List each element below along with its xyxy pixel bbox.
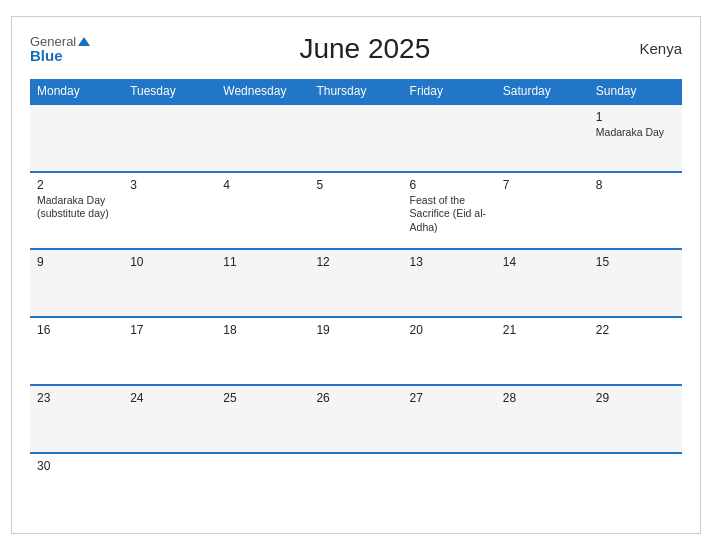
- calendar-week-row: 23242526272829: [30, 385, 682, 453]
- calendar-cell: 13: [403, 249, 496, 317]
- calendar-cell: 29: [589, 385, 682, 453]
- logo-triangle-icon: [78, 37, 90, 46]
- calendar-cell: [403, 453, 496, 521]
- day-number: 14: [503, 255, 582, 269]
- weekday-header-thursday: Thursday: [309, 79, 402, 104]
- calendar-cell: 15: [589, 249, 682, 317]
- calendar-cell: [496, 104, 589, 172]
- weekday-header-friday: Friday: [403, 79, 496, 104]
- calendar-cell: 23: [30, 385, 123, 453]
- calendar-cell: 14: [496, 249, 589, 317]
- day-number: 11: [223, 255, 302, 269]
- calendar-grid: MondayTuesdayWednesdayThursdayFridaySatu…: [30, 79, 682, 522]
- day-number: 26: [316, 391, 395, 405]
- calendar-cell: 26: [309, 385, 402, 453]
- calendar-cell: 20: [403, 317, 496, 385]
- calendar-cell: 7: [496, 172, 589, 250]
- calendar-cell: 8: [589, 172, 682, 250]
- calendar-cell: 10: [123, 249, 216, 317]
- weekday-header-row: MondayTuesdayWednesdayThursdayFridaySatu…: [30, 79, 682, 104]
- day-number: 10: [130, 255, 209, 269]
- calendar-cell: [123, 453, 216, 521]
- day-number: 25: [223, 391, 302, 405]
- day-event: Feast of the Sacrifice (Eid al-Adha): [410, 194, 489, 235]
- calendar-container: General Blue June 2025 Kenya MondayTuesd…: [11, 16, 701, 535]
- day-number: 18: [223, 323, 302, 337]
- day-number: 30: [37, 459, 116, 473]
- calendar-cell: 28: [496, 385, 589, 453]
- day-number: 17: [130, 323, 209, 337]
- logo: General Blue: [30, 35, 90, 63]
- calendar-week-row: 16171819202122: [30, 317, 682, 385]
- calendar-cell: [216, 453, 309, 521]
- day-number: 16: [37, 323, 116, 337]
- day-number: 27: [410, 391, 489, 405]
- calendar-week-row: 2Madaraka Day (substitute day)3456Feast …: [30, 172, 682, 250]
- day-number: 2: [37, 178, 116, 192]
- day-number: 1: [596, 110, 675, 124]
- calendar-cell: 30: [30, 453, 123, 521]
- day-number: 29: [596, 391, 675, 405]
- calendar-cell: [123, 104, 216, 172]
- calendar-cell: 21: [496, 317, 589, 385]
- calendar-cell: 17: [123, 317, 216, 385]
- day-number: 19: [316, 323, 395, 337]
- calendar-cell: [309, 104, 402, 172]
- calendar-cell: 25: [216, 385, 309, 453]
- calendar-header: General Blue June 2025 Kenya: [30, 33, 682, 65]
- calendar-cell: [403, 104, 496, 172]
- day-number: 8: [596, 178, 675, 192]
- weekday-header-sunday: Sunday: [589, 79, 682, 104]
- calendar-cell: 9: [30, 249, 123, 317]
- calendar-week-row: 1Madaraka Day: [30, 104, 682, 172]
- calendar-week-row: 30: [30, 453, 682, 521]
- calendar-cell: 18: [216, 317, 309, 385]
- calendar-cell: [496, 453, 589, 521]
- calendar-cell: 4: [216, 172, 309, 250]
- country-label: Kenya: [639, 40, 682, 57]
- calendar-cell: [30, 104, 123, 172]
- calendar-cell: 16: [30, 317, 123, 385]
- weekday-header-tuesday: Tuesday: [123, 79, 216, 104]
- calendar-cell: 6Feast of the Sacrifice (Eid al-Adha): [403, 172, 496, 250]
- calendar-cell: 1Madaraka Day: [589, 104, 682, 172]
- calendar-cell: 12: [309, 249, 402, 317]
- weekday-header-saturday: Saturday: [496, 79, 589, 104]
- calendar-cell: 3: [123, 172, 216, 250]
- day-number: 21: [503, 323, 582, 337]
- calendar-cell: 5: [309, 172, 402, 250]
- day-number: 28: [503, 391, 582, 405]
- day-number: 9: [37, 255, 116, 269]
- day-number: 15: [596, 255, 675, 269]
- day-number: 23: [37, 391, 116, 405]
- day-number: 5: [316, 178, 395, 192]
- day-event: Madaraka Day: [596, 126, 675, 140]
- day-number: 24: [130, 391, 209, 405]
- weekday-header-wednesday: Wednesday: [216, 79, 309, 104]
- calendar-cell: [589, 453, 682, 521]
- logo-general-text: General: [30, 35, 76, 48]
- calendar-cell: 22: [589, 317, 682, 385]
- calendar-title: June 2025: [299, 33, 430, 65]
- calendar-cell: 24: [123, 385, 216, 453]
- day-number: 6: [410, 178, 489, 192]
- calendar-week-row: 9101112131415: [30, 249, 682, 317]
- day-number: 3: [130, 178, 209, 192]
- day-number: 20: [410, 323, 489, 337]
- calendar-cell: 27: [403, 385, 496, 453]
- calendar-cell: 2Madaraka Day (substitute day): [30, 172, 123, 250]
- calendar-cell: [309, 453, 402, 521]
- day-number: 13: [410, 255, 489, 269]
- day-number: 12: [316, 255, 395, 269]
- calendar-cell: 19: [309, 317, 402, 385]
- day-number: 7: [503, 178, 582, 192]
- weekday-header-monday: Monday: [30, 79, 123, 104]
- day-number: 4: [223, 178, 302, 192]
- day-number: 22: [596, 323, 675, 337]
- calendar-cell: [216, 104, 309, 172]
- day-event: Madaraka Day (substitute day): [37, 194, 116, 221]
- calendar-cell: 11: [216, 249, 309, 317]
- logo-blue-text: Blue: [30, 48, 63, 63]
